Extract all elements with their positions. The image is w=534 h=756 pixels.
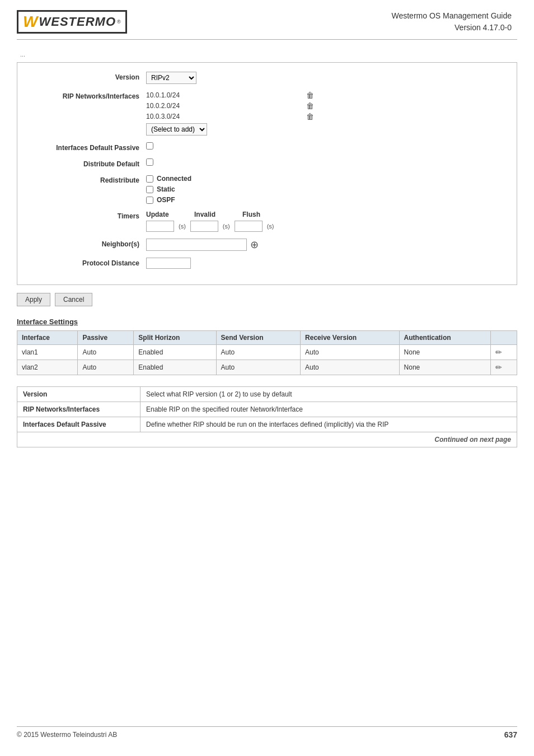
interfaces-default-passive-checkbox[interactable] (146, 142, 153, 150)
timer-flush-input[interactable]: 240 (235, 221, 263, 232)
desc-definition: Enable RIP on the specified router Netwo… (140, 402, 517, 417)
cell-authentication: None (399, 360, 490, 375)
desc-definition: Define whether RIP should be run on the … (140, 417, 517, 432)
neighbors-label: Neighbor(s) (29, 239, 146, 248)
apply-button[interactable]: Apply (17, 293, 50, 306)
description-table: Version Select what RIP version (1 or 2)… (17, 386, 517, 447)
list-item: Static (146, 185, 505, 193)
footer-page-number: 637 (504, 730, 517, 739)
version-control: RIPv1 RIPv2 (146, 72, 505, 84)
version-row: Version RIPv1 RIPv2 (29, 72, 505, 84)
edit-row-icon[interactable]: ✏ (495, 348, 502, 357)
neighbors-row: Neighbor(s) ⊕ (29, 239, 505, 251)
timer-invalid-input[interactable]: 180 (190, 221, 218, 232)
network-value: 10.0.2.0/24 (146, 102, 180, 110)
timer-invalid-col-label: Invalid (194, 211, 228, 218)
timer-update-col-label: Update (146, 211, 180, 218)
add-network-select[interactable]: (Select to add) (146, 123, 207, 136)
timer-flush-col-label: Flush (242, 211, 276, 218)
logo-wordmark: Westermo (39, 15, 116, 29)
neighbor-input[interactable] (146, 239, 247, 251)
title-line1: Westermo OS Management Guide (391, 10, 512, 22)
distribute-default-control (146, 158, 505, 167)
desc-term: RIP Networks/Interfaces (17, 402, 140, 417)
cell-receive-version: Auto (301, 345, 399, 360)
timers-label: Timers (29, 211, 146, 220)
distribute-default-checkbox[interactable] (146, 158, 153, 166)
col-split-horizon: Split Horizon (134, 331, 216, 345)
cell-edit: ✏ (491, 360, 517, 375)
list-item: OSPF (146, 196, 505, 204)
neighbor-input-row: ⊕ (146, 239, 505, 251)
breadcrumb: ... (17, 51, 517, 58)
rip-networks-label: RIP Networks/Interfaces (29, 91, 146, 100)
list-item: Connected (146, 175, 505, 183)
interface-settings-title: Interface Settings (17, 318, 517, 326)
protocol-distance-input[interactable]: 120 (146, 258, 191, 269)
redistribute-ospf-checkbox[interactable] (146, 197, 153, 204)
redistribute-control: Connected Static OSPF (146, 175, 505, 204)
cell-edit: ✏ (491, 345, 517, 360)
table-row: Version Select what RIP version (1 or 2)… (17, 387, 517, 402)
rip-networks-row: RIP Networks/Interfaces 10.0.1.0/24 🗑 10… (29, 91, 505, 136)
desc-term: Version (17, 387, 140, 402)
page-header: W Westermo ® Westermo OS Management Guid… (0, 0, 534, 39)
delete-network-icon[interactable]: 🗑 (306, 112, 314, 121)
cell-passive: Auto (78, 345, 134, 360)
distribute-default-label: Distribute Default (29, 158, 146, 168)
button-row: Apply Cancel (17, 293, 517, 306)
col-actions (491, 331, 517, 345)
footer-content: © 2015 Westermo Teleindustri AB 637 (17, 730, 517, 739)
timer-update-input[interactable]: 30 (146, 221, 174, 232)
config-form-box: Version RIPv1 RIPv2 RIP Networks/Interfa… (17, 62, 517, 285)
cell-split-horizon: Enabled (134, 345, 216, 360)
version-label: Version (29, 72, 146, 81)
logo-w-letter: W (23, 14, 38, 30)
network-list: 10.0.1.0/24 🗑 10.0.2.0/24 🗑 10.0.3.0/24 … (146, 91, 505, 121)
select-to-add-row: (Select to add) (146, 123, 505, 136)
cell-split-horizon: Enabled (134, 360, 216, 375)
protocol-distance-label: Protocol Distance (29, 258, 146, 267)
distribute-default-row: Distribute Default (29, 158, 505, 168)
col-send-version: Send Version (216, 331, 301, 345)
cancel-button[interactable]: Cancel (55, 293, 92, 306)
main-content: ... Version RIPv1 RIPv2 RIP Networks/Int… (0, 40, 534, 464)
col-receive-version: Receive Version (301, 331, 399, 345)
list-item: 10.0.2.0/24 🗑 (146, 101, 314, 110)
redistribute-connected-checkbox[interactable] (146, 175, 153, 183)
logo-registered: ® (117, 19, 121, 25)
logo-box: W Westermo ® (17, 10, 127, 34)
version-select[interactable]: RIPv1 RIPv2 (146, 72, 196, 84)
rip-networks-control: 10.0.1.0/24 🗑 10.0.2.0/24 🗑 10.0.3.0/24 … (146, 91, 505, 136)
add-neighbor-icon[interactable]: ⊕ (250, 239, 259, 251)
table-row: Interfaces Default Passive Define whethe… (17, 417, 517, 432)
interface-settings-table: Interface Passive Split Horizon Send Ver… (17, 330, 517, 375)
desc-term: Interfaces Default Passive (17, 417, 140, 432)
neighbors-control: ⊕ (146, 239, 505, 251)
list-item: 10.0.3.0/24 🗑 (146, 112, 314, 121)
timers-row: Timers Update Invalid Flush 30 (s) 180 (… (29, 211, 505, 232)
redistribute-group: Connected Static OSPF (146, 175, 505, 204)
table-row: Continued on next page (17, 432, 517, 447)
table-row: vlan2 Auto Enabled Auto Auto None ✏ (17, 360, 517, 375)
delete-network-icon[interactable]: 🗑 (306, 91, 314, 100)
redistribute-label: Redistribute (29, 175, 146, 184)
edit-row-icon[interactable]: ✏ (495, 363, 502, 372)
delete-network-icon[interactable]: 🗑 (306, 101, 314, 110)
page-footer: © 2015 Westermo Teleindustri AB 637 (0, 726, 534, 739)
timer-update-unit: (s) (179, 223, 186, 230)
timers-control: Update Invalid Flush 30 (s) 180 (s) 240 … (146, 211, 505, 232)
cell-interface: vlan2 (17, 360, 78, 375)
timer-flush-unit: (s) (267, 223, 274, 230)
cell-send-version: Auto (216, 360, 301, 375)
interfaces-default-passive-label: Interfaces Default Passive (29, 142, 146, 152)
logo: W Westermo ® (17, 10, 127, 34)
col-interface: Interface (17, 331, 78, 345)
footer-copyright: © 2015 Westermo Teleindustri AB (17, 731, 117, 739)
network-value: 10.0.3.0/24 (146, 113, 180, 120)
redistribute-row: Redistribute Connected Static OSPF (29, 175, 505, 204)
cell-authentication: None (399, 345, 490, 360)
continued-text: Continued on next page (17, 432, 517, 447)
list-item: 10.0.1.0/24 🗑 (146, 91, 314, 100)
redistribute-static-checkbox[interactable] (146, 186, 153, 193)
